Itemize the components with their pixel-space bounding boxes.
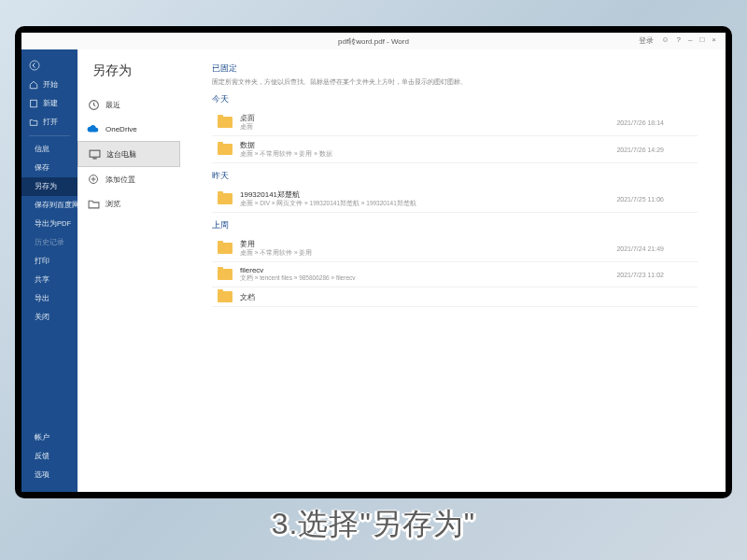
folder-date: 2021/7/26 18:14 xyxy=(616,119,692,126)
folder-date: 2021/7/24 21:49 xyxy=(616,245,692,252)
folder-row[interactable]: 桌面桌面 2021/7/26 18:14 xyxy=(212,109,698,136)
folder-icon xyxy=(218,269,233,280)
group-yesterday: 昨天 xyxy=(212,171,698,182)
sidebar-item-export[interactable]: 导出 xyxy=(21,289,78,308)
folder-icon xyxy=(218,117,233,128)
folder-path: 桌面 » 不常用软件 » 姜用 » 数据 xyxy=(240,150,616,159)
help-icon[interactable]: ? xyxy=(677,35,681,46)
sidebar-label: 新建 xyxy=(43,99,58,108)
locations-list: 最近 OneDrive 这台电脑 添加位置 xyxy=(78,92,180,216)
pinned-heading: 已固定 xyxy=(212,63,698,75)
sidebar-label: 信息 xyxy=(35,145,49,154)
login-link[interactable]: 登录 xyxy=(639,35,654,46)
home-icon xyxy=(29,80,38,90)
new-icon xyxy=(29,99,38,108)
folder-path: 桌面 xyxy=(240,123,616,132)
minimize-button[interactable]: – xyxy=(688,35,692,46)
folder-name: 199320141郑楚航 xyxy=(240,189,616,200)
document-title: pdf转word.pdf - Word xyxy=(338,36,409,47)
folder-date: 2021/7/26 14:29 xyxy=(616,147,692,153)
folder-path: 桌面 » DIV » 网页文件 » 199320141郑楚航 » 1993201… xyxy=(240,200,616,208)
face-icon[interactable]: ☺ xyxy=(661,35,669,46)
sidebar-item-export-pdf[interactable]: 导出为PDF xyxy=(21,215,78,233)
folder-name: 姜用 xyxy=(240,239,616,249)
svg-rect-3 xyxy=(90,150,100,157)
sidebar-label: 历史记录 xyxy=(35,238,64,247)
sidebar-item-history: 历史记录 xyxy=(21,233,78,252)
folder-date: 2021/7/23 11:02 xyxy=(616,272,692,278)
folder-date: 2021/7/25 11:06 xyxy=(616,196,692,203)
folder-name: 数据 xyxy=(240,140,616,150)
sidebar-label: 另存为 xyxy=(35,182,57,191)
sidebar-item-new[interactable]: 新建 xyxy=(21,94,78,113)
folder-icon xyxy=(218,243,233,254)
clock-icon xyxy=(87,98,100,111)
folder-name: 文档 xyxy=(240,292,664,302)
group-today: 今天 xyxy=(212,94,698,105)
app-body: 开始 新建 打开 信息 保存 另存为 保存到百度网盘 导出为PDF xyxy=(21,49,726,492)
group-lastweek: 上周 xyxy=(212,220,698,231)
loc-label: 浏览 xyxy=(106,199,120,209)
sidebar-label: 导出 xyxy=(35,294,49,303)
titlebar: pdf转word.pdf - Word 登录 ☺ ? – □ × xyxy=(21,33,726,49)
page-title: 另存为 xyxy=(78,49,199,92)
plus-icon xyxy=(87,173,100,186)
loc-label: 这台电脑 xyxy=(106,149,136,160)
loc-label: 最近 xyxy=(106,100,120,110)
loc-browse[interactable]: 浏览 xyxy=(78,191,180,216)
folder-path: 桌面 » 不常用软件 » 姜用 xyxy=(240,249,616,258)
browse-icon xyxy=(87,197,100,210)
svg-rect-1 xyxy=(31,100,37,107)
window-controls: 登录 ☺ ? – □ × xyxy=(629,33,726,49)
sidebar-label: 关闭 xyxy=(35,313,49,322)
folder-icon xyxy=(218,193,233,204)
cloud-icon xyxy=(87,122,100,135)
sidebar-label: 反馈 xyxy=(35,452,49,461)
sidebar-item-close[interactable]: 关闭 xyxy=(21,308,78,327)
folder-row[interactable]: 199320141郑楚航桌面 » DIV » 网页文件 » 199320141郑… xyxy=(212,186,698,213)
main-content: 另存为 最近 OneDrive 这台电脑 xyxy=(78,49,726,492)
folder-path: 文档 » tencent files » 985806286 » filerec… xyxy=(240,274,616,283)
sidebar-item-open[interactable]: 打开 xyxy=(21,113,78,132)
folder-name: filerecv xyxy=(240,266,616,274)
sidebar-label: 开始 xyxy=(43,80,58,90)
folder-icon xyxy=(218,291,233,302)
loc-add-place[interactable]: 添加位置 xyxy=(78,167,180,191)
loc-label: OneDrive xyxy=(106,125,137,133)
sidebar-item-options[interactable]: 选项 xyxy=(21,466,78,484)
back-button[interactable] xyxy=(21,55,78,76)
sidebar-label: 保存 xyxy=(35,163,49,173)
folder-row[interactable]: 数据桌面 » 不常用软件 » 姜用 » 数据 2021/7/26 14:29 xyxy=(212,136,698,163)
folder-row[interactable]: 文档 xyxy=(212,287,698,307)
loc-recent[interactable]: 最近 xyxy=(78,92,180,117)
sidebar-item-home[interactable]: 开始 xyxy=(21,76,78,94)
restore-button[interactable]: □ xyxy=(699,35,704,46)
back-arrow-icon xyxy=(29,60,40,71)
app-window: pdf转word.pdf - Word 登录 ☺ ? – □ × 开始 xyxy=(21,33,726,492)
close-button[interactable]: × xyxy=(712,35,716,46)
sidebar-item-feedback[interactable]: 反馈 xyxy=(21,447,78,466)
sidebar-item-saveas[interactable]: 另存为 xyxy=(21,177,78,196)
loc-this-pc[interactable]: 这台电脑 xyxy=(78,141,180,167)
folder-row[interactable]: filerecv文档 » tencent files » 985806286 »… xyxy=(212,262,698,287)
sidebar-item-info[interactable]: 信息 xyxy=(21,140,78,159)
sidebar-label: 选项 xyxy=(35,470,49,480)
sidebar-label: 打印 xyxy=(35,257,49,266)
sidebar-item-print[interactable]: 打印 xyxy=(21,252,78,271)
tutorial-caption: 3.选择"另存为" xyxy=(0,504,747,545)
sidebar-item-save[interactable]: 保存 xyxy=(21,159,78,177)
folder-name: 桌面 xyxy=(240,113,616,123)
sidebar-label: 帐户 xyxy=(35,433,49,442)
folder-row[interactable]: 姜用桌面 » 不常用软件 » 姜用 2021/7/24 21:49 xyxy=(212,235,698,262)
pinned-subtext: 固定所需文件夹，方便以后查找。鼠标悬停在某个文件夹上方时，单击显示的图钉图标。 xyxy=(212,77,698,87)
loc-onedrive[interactable]: OneDrive xyxy=(78,117,180,141)
open-icon xyxy=(29,118,38,127)
sidebar-item-account[interactable]: 帐户 xyxy=(21,428,78,447)
sidebar-item-share[interactable]: 共享 xyxy=(21,271,78,289)
pc-icon xyxy=(88,147,101,161)
sidebar-label: 打开 xyxy=(43,118,58,127)
svg-point-0 xyxy=(30,61,39,70)
sidebar-label: 共享 xyxy=(35,275,49,285)
sidebar-label: 导出为PDF xyxy=(35,219,71,229)
sidebar-item-save-baidu[interactable]: 保存到百度网盘 xyxy=(21,196,78,215)
